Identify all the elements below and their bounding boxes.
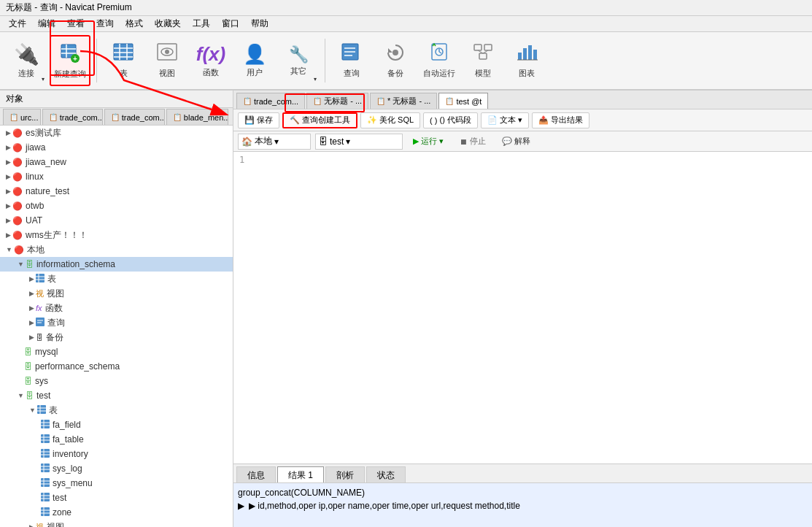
svg-line-24	[439, 52, 441, 53]
sidebar-item-otwb[interactable]: ▶ 🔴 otwb	[0, 199, 233, 213]
sidebar-item-jiawa[interactable]: ▶ 🔴 jiawa	[0, 140, 233, 155]
sidebar-item-sys-menu[interactable]: sys_menu	[0, 476, 233, 491]
sidebar-item-funcs-is[interactable]: ▶ fx 函数	[0, 301, 233, 315]
sidebar-item-localhost[interactable]: ▼ 🔴 本地	[0, 242, 233, 257]
svg-rect-62	[41, 478, 50, 487]
menu-view[interactable]: 查看	[61, 16, 90, 31]
db-select[interactable]: 🗄 test ▾	[315, 134, 403, 150]
arrow-icon: ▶	[6, 217, 11, 224]
menu-tools[interactable]: 工具	[187, 16, 216, 31]
run-button[interactable]: ▶ 运行 ▾	[407, 134, 449, 150]
sidebar-item-zone[interactable]: zone	[0, 505, 233, 520]
chart-button[interactable]: 图表	[506, 35, 547, 86]
backup-button[interactable]: 备份	[375, 35, 416, 86]
beautify-sql-button[interactable]: ✨ 美化 SQL	[360, 112, 420, 128]
conn-icon: 🔴	[12, 143, 23, 153]
other-icon: 🔧	[289, 45, 309, 64]
autorun-button[interactable]: 自动运行	[419, 35, 460, 86]
table-icon	[41, 449, 50, 459]
menu-help[interactable]: 帮助	[245, 16, 274, 31]
svg-rect-27	[479, 53, 487, 59]
sidebar-item-sys[interactable]: ▶ 🗄 sys	[0, 374, 233, 388]
menu-format[interactable]: 格式	[120, 16, 149, 31]
user-button[interactable]: 👤 用户	[234, 35, 275, 86]
sidebar-item-information-schema[interactable]: ▼ 🗄 information_schema	[0, 257, 233, 272]
sidebar-item-perf-schema[interactable]: ▶ 🗄 performance_schema	[0, 359, 233, 374]
stop-icon: ⏹	[460, 137, 468, 146]
tab-urc[interactable]: 📋 urc...	[3, 109, 41, 125]
query-icon	[341, 42, 363, 66]
table-icon	[41, 493, 50, 503]
sidebar-item-nature-test[interactable]: ▶ 🔴 nature_test	[0, 184, 233, 199]
model-button[interactable]: 模型	[463, 35, 503, 86]
explain-button[interactable]: 💬 解释	[496, 134, 536, 150]
tab-status[interactable]: 状态	[366, 466, 406, 482]
sidebar-item-backups-is[interactable]: ▶ 🗄 备份	[0, 330, 233, 345]
menu-favorites[interactable]: 收藏夹	[149, 16, 187, 31]
tab-trade2[interactable]: 📋 trade_com...	[104, 109, 165, 125]
tab-profile[interactable]: 剖析	[325, 466, 365, 482]
connect-icon: 🔌	[14, 42, 39, 66]
arrow-icon: ▶	[6, 202, 11, 209]
sidebar-item-inventory[interactable]: inventory	[0, 447, 233, 461]
svg-rect-32	[528, 45, 532, 60]
tab-icon-1: 📋	[9, 113, 18, 121]
connect-button[interactable]: 🔌 连接 ▾	[6, 35, 47, 86]
sidebar-item-test-table[interactable]: test	[0, 491, 233, 505]
stop-button[interactable]: ⏹ 停止	[454, 134, 492, 150]
tab-untitled2[interactable]: 📋 * 无标题 - ...	[370, 93, 437, 109]
other-button[interactable]: 🔧 其它 ▾	[278, 35, 319, 86]
menu-bar: 文件 编辑 查看 查询 格式 收藏夹 工具 窗口 帮助	[0, 16, 812, 32]
query-builder-button[interactable]: 🔨 查询创建工具	[282, 112, 357, 128]
table-button[interactable]: 表	[103, 35, 144, 86]
table-icon	[41, 434, 50, 445]
tab-blade[interactable]: 📋 blade_men...	[166, 109, 228, 125]
sidebar-item-mysql[interactable]: ▶ 🗄 mysql	[0, 345, 233, 359]
sidebar-item-uat[interactable]: ▶ 🔴 UAT	[0, 213, 233, 228]
backup-group-icon: 🗄	[36, 334, 43, 342]
sidebar-item-es-test[interactable]: ▶ 🔴 es测试库	[0, 126, 233, 140]
save-button[interactable]: 💾 保存	[238, 112, 279, 128]
sidebar-item-fa-field[interactable]: fa_field	[0, 418, 233, 432]
menu-edit[interactable]: 编辑	[32, 16, 61, 31]
sidebar-item-fa-table[interactable]: fa_table	[0, 432, 233, 447]
query-editor[interactable]: 1	[233, 152, 812, 463]
sidebar-item-views-test[interactable]: ▶ 视 视图	[0, 520, 233, 527]
sidebar-item-queries-is[interactable]: ▶ 查询	[0, 315, 233, 330]
export-button[interactable]: 📤 导出结果	[532, 112, 589, 128]
query-button[interactable]: 查询	[331, 35, 372, 86]
tab-result1[interactable]: 结果 1	[277, 466, 324, 482]
tab-trade3[interactable]: 📋 trade_com...	[236, 93, 305, 109]
menu-query[interactable]: 查询	[90, 16, 120, 31]
tab-untitled1[interactable]: 📋 无标题 - ...	[306, 93, 368, 109]
connection-icon: 🏠	[241, 136, 252, 147]
sidebar-item-views-is[interactable]: ▶ 视 视图	[0, 286, 233, 301]
text-button[interactable]: 📄 文本 ▾	[481, 112, 529, 128]
snippet-button[interactable]: ( ) () 代码段	[423, 112, 478, 128]
tab-trade1[interactable]: 📋 trade_com...	[42, 109, 103, 125]
conn-icon: 🔴	[12, 172, 23, 182]
sidebar-item-tables-is[interactable]: ▶ 表	[0, 272, 233, 286]
table-icon	[112, 42, 134, 66]
sidebar-item-test-db[interactable]: ▼ 🗄 test	[0, 388, 233, 403]
db-icon: 🗄	[24, 362, 32, 371]
connection-select[interactable]: 🏠 本地 ▾	[238, 134, 311, 150]
tab-test[interactable]: 📋 test @t	[438, 93, 488, 109]
menu-window[interactable]: 窗口	[216, 16, 245, 31]
content-tab-bar: 📋 trade_com... 📋 无标题 - ... 📋 * 无标题 - ...…	[233, 91, 812, 109]
sidebar-item-jiawa-new[interactable]: ▶ 🔴 jiawa_new	[0, 155, 233, 169]
sidebar-item-linux[interactable]: ▶ 🔴 linux	[0, 169, 233, 184]
func-button[interactable]: f(x) 函数	[190, 35, 231, 86]
svg-rect-66	[41, 493, 50, 501]
sidebar-item-sys-log[interactable]: sys_log	[0, 461, 233, 476]
sidebar-item-wms[interactable]: ▶ 🔴 wms生产！！！	[0, 228, 233, 242]
tab-info[interactable]: 信息	[236, 466, 276, 482]
new-query-button[interactable]: + 新建查询	[50, 35, 90, 86]
sidebar-item-tables-test[interactable]: ▼ 表	[0, 403, 233, 418]
arrow-down-icon: ▼	[18, 261, 24, 268]
result-header: group_concat(COLUMN_NAME)	[238, 488, 365, 498]
view-button[interactable]: 视图	[147, 35, 187, 86]
result-arrow: ▶	[238, 501, 244, 511]
conn-icon: 🔴	[14, 245, 24, 255]
menu-file[interactable]: 文件	[3, 16, 32, 31]
